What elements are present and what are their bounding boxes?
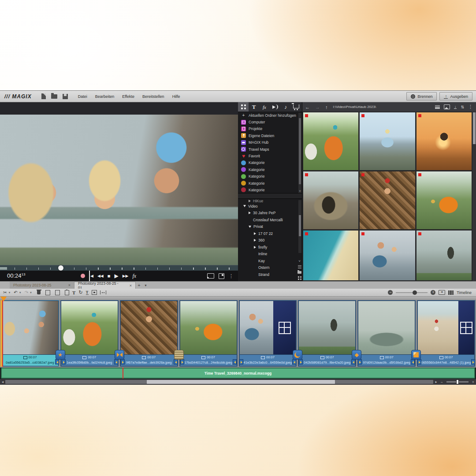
audio-track[interactable]: Time Travel_3269840_normal.mxcogg — [1, 368, 475, 379]
seek-bar[interactable] — [0, 265, 238, 271]
category-purple[interactable]: Kategorie — [238, 166, 298, 173]
sort-icon[interactable]: ⇅ — [461, 105, 464, 109]
menu-bearbeiten[interactable]: Bearbeiten — [91, 91, 119, 102]
undo-dropdown-icon[interactable]: ▼ — [19, 291, 22, 294]
list-view-icon[interactable] — [435, 105, 440, 109]
cut-dropdown-icon[interactable]: ▼ — [8, 291, 11, 294]
category-green[interactable]: Kategorie — [238, 173, 298, 180]
trim-handle[interactable] — [180, 359, 184, 364]
hzoom-in-button[interactable]: + — [470, 380, 476, 384]
tab-transitions[interactable] — [270, 102, 280, 112]
fast-forward-button[interactable]: ▶▶ — [123, 271, 129, 281]
hscroll-thumb[interactable] — [147, 380, 335, 384]
save-project-icon[interactable] — [63, 94, 68, 99]
tree-item-360[interactable]: 360 — [238, 237, 298, 244]
fullscreen-icon[interactable] — [219, 273, 224, 279]
tab-effects[interactable]: fx — [259, 102, 270, 112]
duplicate-icon[interactable] — [45, 290, 50, 295]
trim-handle[interactable] — [358, 359, 362, 364]
clip-6[interactable]: 00:07 042b58f081d79...f8e42a20.jpeg — [298, 300, 356, 367]
project-tab-2[interactable]: Photostory 2023-08-25 - 01× — [74, 282, 136, 289]
timeline-mode-label[interactable]: Timeline — [457, 290, 472, 295]
tree-scroll-down-icon[interactable]: ˅ — [298, 260, 301, 263]
record-button[interactable] — [81, 274, 85, 278]
trim-handle[interactable] — [114, 359, 118, 364]
add-title-icon[interactable]: T — [72, 290, 75, 295]
category-blue[interactable]: Kategorie — [238, 160, 298, 166]
shortcut-magix-hub[interactable]: MAGIX Hub — [238, 139, 298, 146]
close-tab-icon[interactable]: × — [68, 283, 71, 287]
image-frame-icon[interactable] — [92, 290, 97, 295]
transition-diamond-icon[interactable]: ◆ — [352, 350, 361, 360]
transition-blinds-icon[interactable] — [174, 350, 184, 360]
tab-media[interactable] — [238, 102, 249, 112]
menu-effekte[interactable]: Effekte — [118, 91, 138, 102]
menu-bereitstellen[interactable]: Bereitstellen — [138, 91, 168, 102]
transition-star-icon[interactable]: ★ — [56, 350, 65, 360]
menu-hilfe[interactable]: Hilfe — [168, 91, 184, 102]
thumbnail-funny-faces[interactable] — [360, 231, 415, 280]
thumbnail-orange-tent[interactable] — [416, 171, 472, 229]
tree-item-video[interactable]: Video — [238, 203, 298, 210]
shortcut-computer[interactable]: Computer — [238, 119, 298, 125]
browser-menu-icon[interactable]: ⋮ — [468, 104, 473, 110]
export-button[interactable]: ↑Ausgeben — [439, 92, 472, 100]
zoom-slider-knob[interactable] — [413, 290, 417, 295]
new-project-icon[interactable] — [41, 93, 46, 99]
trim-handle[interactable] — [471, 359, 475, 364]
shortcut-eigene-dateien[interactable]: Eigene Dateien — [238, 132, 298, 139]
hzoom-out-button[interactable]: − — [439, 380, 444, 384]
tree-item-kay[interactable]: Kay — [238, 257, 298, 264]
timeline-ruler[interactable] — [0, 297, 476, 300]
stop-button[interactable]: ■ — [108, 271, 111, 281]
breadcrumb-path[interactable]: I:\Video\Privat\Urlaub 2023\ — [333, 105, 376, 109]
clip-4[interactable]: 00:07 17bd3440127c8...24e8ccbb.jpeg — [179, 300, 238, 367]
category-orange[interactable]: Kategorie — [238, 180, 298, 186]
trim-handle[interactable] — [292, 359, 296, 364]
trim-handle[interactable] — [121, 359, 125, 364]
tree-item-17-07-22[interactable]: 17 07 22 — [238, 230, 298, 237]
thumbnail-beach-jump[interactable] — [416, 112, 472, 170]
grid-small-icon[interactable] — [298, 276, 301, 280]
tree-item-strand[interactable]: Strand — [238, 271, 298, 278]
hscroll-track[interactable] — [5, 380, 433, 384]
category-red[interactable]: Kategorie — [238, 186, 298, 193]
thumbnail-rock-arch[interactable] — [303, 171, 358, 229]
add-current-folder[interactable]: +Aktuellen Ordner hinzufügen — [238, 112, 298, 119]
rotate-icon[interactable]: ↻ — [78, 290, 82, 295]
shortcuts-scrollbar[interactable] — [298, 113, 301, 193]
download-icon[interactable]: ↓ — [454, 105, 457, 109]
folder-up-icon[interactable]: ↑ — [323, 104, 331, 110]
tree-item-hikue[interactable]: HiKue — [238, 199, 298, 203]
back-icon[interactable]: ← — [302, 104, 312, 110]
cut-icon[interactable]: ✂ — [3, 290, 7, 295]
range-markers-icon[interactable] — [100, 290, 106, 294]
scroll-left-icon[interactable]: ◂ — [0, 380, 5, 384]
clip-2[interactable]: 00:07 1ea3fb35f8d0b...fa0244c8.jpeg — [60, 300, 119, 367]
list-view-small-icon[interactable] — [298, 265, 301, 268]
timeline-mode-icon[interactable] — [448, 290, 454, 295]
clip-3[interactable]: 00:07 9f67a7e8effae...deb3926a.jpeg — [120, 300, 178, 367]
trim-handle[interactable] — [299, 359, 303, 364]
clip-7[interactable]: 00:07 97d0912daac0b...d5f16bd2.jpeg — [357, 300, 416, 367]
tree-item-30-jahre-pep[interactable]: 30 Jahre PeP — [238, 210, 298, 217]
fx-button[interactable]: fx — [133, 271, 137, 281]
redo-dropdown-icon[interactable]: ▼ — [30, 291, 32, 294]
transition-crescent-icon[interactable] — [293, 350, 302, 360]
tab-list-dropdown-icon[interactable]: ▼ — [142, 282, 149, 289]
tab-music[interactable]: ♪ — [280, 102, 291, 112]
paste-icon[interactable] — [65, 290, 69, 295]
fit-to-window-icon[interactable]: ◂▸ — [439, 290, 445, 295]
transition-page-fold-icon[interactable] — [411, 350, 421, 360]
trim-handle[interactable] — [417, 359, 421, 364]
close-tab-icon[interactable]: × — [130, 283, 132, 288]
zoom-in-button[interactable]: + — [431, 290, 435, 295]
zoom-slider[interactable] — [396, 292, 428, 293]
hzoom-slider[interactable] — [446, 381, 469, 383]
trim-handle[interactable] — [174, 359, 178, 364]
thumbnail-beach-aerial[interactable] — [303, 231, 358, 280]
trim-handle[interactable] — [233, 359, 237, 364]
new-tab-button[interactable]: + — [136, 282, 142, 289]
clip-5[interactable]: 00:07 41e3b22e3a6c0...64559e0d.jpeg — [239, 300, 297, 367]
clip-8[interactable]: 00:07 0655560c6447e8...48542 (1).jpeg — [417, 300, 475, 367]
